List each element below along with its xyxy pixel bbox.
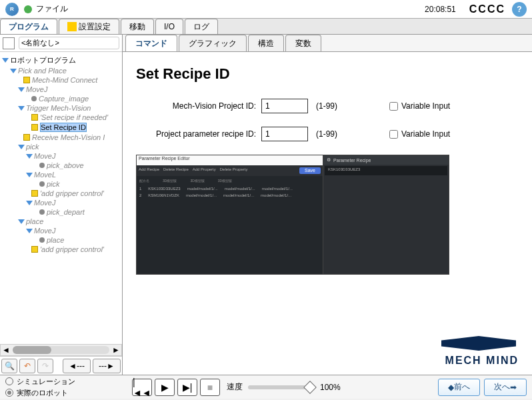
tree-gripper1[interactable]: 'add gripper control' — [1, 189, 121, 198]
status-dot — [24, 5, 32, 13]
tree-trigger[interactable]: Trigger Mech-Vision — [1, 103, 121, 113]
mechmind-logo: MECH MIND — [439, 336, 519, 367]
recipe-variable-checkbox[interactable] — [389, 130, 398, 139]
tree-gripper2[interactable]: 'add gripper control' — [1, 245, 121, 254]
subtab-command[interactable]: コマンド — [125, 35, 177, 51]
project-id-label: Mech-Vision Project ID: — [136, 101, 256, 111]
tree-movej1[interactable]: MoveJ — [1, 85, 121, 94]
forward-button[interactable]: ▶| — [177, 379, 197, 396]
tree-pick[interactable]: pick — [1, 142, 121, 151]
page-title: Set Recipe ID — [136, 65, 519, 83]
tree-place[interactable]: place — [1, 217, 121, 226]
subtab-graphic[interactable]: グラフィック — [179, 35, 247, 51]
recipe-id-range: (1-99) — [316, 129, 337, 139]
project-variable-label: Variable Input — [401, 101, 450, 111]
play-button[interactable]: ▶ — [155, 379, 175, 396]
tab-move[interactable]: 移動 — [121, 19, 154, 34]
tree-pick-above[interactable]: pick_above — [1, 161, 121, 170]
status-text: CCCC — [469, 3, 505, 15]
subtab-variable[interactable]: 変数 — [285, 35, 321, 51]
tab-io[interactable]: I/O — [155, 19, 183, 34]
next-button[interactable]: 次へ ➡ — [484, 379, 527, 396]
project-variable-checkbox[interactable] — [389, 102, 398, 111]
ur-logo: R — [5, 3, 19, 16]
tree-receive[interactable]: Receive Mech-Vision I — [1, 133, 121, 142]
tree-pick-point[interactable]: pick — [1, 179, 121, 189]
prev-button[interactable]: ◆ 前へ — [438, 379, 480, 396]
search-button[interactable]: 🔍 — [1, 359, 17, 373]
tab-log[interactable]: ログ — [185, 19, 218, 34]
rewind-button[interactable]: |◄◄ — [132, 379, 152, 396]
preview-right-title: ⚙Parameter Recipe — [323, 155, 449, 165]
tab-installation[interactable]: 設置設定 — [59, 19, 119, 34]
recipe-id-input[interactable] — [261, 127, 308, 141]
tree-movej3[interactable]: MoveJ — [1, 198, 121, 207]
tree-scrollbar[interactable]: ◄► — [0, 344, 122, 356]
tree-movej2[interactable]: MoveJ — [1, 151, 121, 161]
recipe-id-label: Project parameter recipe ID: — [136, 129, 256, 139]
tree-movel1[interactable]: MoveL — [1, 170, 121, 179]
undo-button[interactable]: ↶ — [19, 359, 35, 373]
tree-movej4[interactable]: MoveJ — [1, 226, 121, 235]
speed-value: 100% — [320, 383, 341, 392]
recipe-variable-label: Variable Input — [401, 129, 450, 139]
clock: 20:08:51 — [425, 5, 456, 14]
arrow-right-button[interactable]: ---► — [93, 359, 121, 373]
tab-program[interactable]: プログラム — [0, 19, 57, 34]
file-menu[interactable]: ファイル — [36, 3, 425, 15]
tree-root[interactable]: ロボットプログラム — [1, 55, 121, 66]
arrow-left-button[interactable]: ◄--- — [63, 359, 91, 373]
preview-title: Parameter Recipe Editor — [137, 155, 323, 165]
project-id-range: (1-99) — [316, 101, 337, 111]
speed-label: 速度 — [227, 381, 243, 393]
warning-icon — [67, 22, 77, 31]
real-robot-radio[interactable]: 実際のロボット — [5, 387, 119, 399]
file-icon[interactable] — [3, 37, 15, 49]
redo-button[interactable]: ↷ — [37, 359, 53, 373]
preview-save: Save — [299, 167, 321, 174]
tree-mech-connect[interactable]: Mech-Mind Connect — [1, 75, 121, 85]
speed-slider[interactable] — [248, 385, 315, 389]
help-icon[interactable]: ? — [512, 2, 527, 17]
simulation-radio[interactable]: シミュレーション — [5, 376, 119, 387]
preview-image: Parameter Recipe Editor Add RecipeDelete… — [136, 155, 449, 275]
preview-right-item: KSK103D33UEZ3 — [325, 166, 447, 175]
tree-place-point[interactable]: place — [1, 235, 121, 245]
stop-button[interactable]: ■ — [200, 379, 220, 396]
tree-note1[interactable]: 'Set recipe if needed' — [1, 113, 121, 122]
tree-capture[interactable]: Capture_image — [1, 94, 121, 103]
subtab-structure[interactable]: 構造 — [248, 35, 284, 51]
tree-pick-place[interactable]: Pick and Place — [1, 66, 121, 75]
program-tree[interactable]: ロボットプログラム Pick and Place Mech-Mind Conne… — [0, 52, 122, 344]
program-name-field[interactable]: <名前なし> — [19, 37, 119, 49]
project-id-input[interactable] — [261, 99, 308, 113]
tree-pick-depart[interactable]: pick_depart — [1, 207, 121, 217]
tree-set-recipe-id[interactable]: Set Recipe ID — [1, 122, 121, 133]
